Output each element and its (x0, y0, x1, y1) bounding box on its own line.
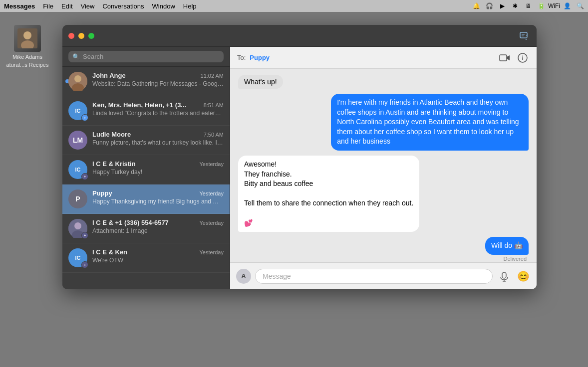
conv-preview: Linda loved "Congrats to the trotters an… (92, 110, 224, 117)
wifi-icon: WiFi (550, 2, 558, 10)
search-input[interactable] (83, 53, 220, 60)
chat-view: To: Puppy (230, 47, 537, 289)
menu-bar-left: Messages File Edit View Conversations Wi… (4, 2, 197, 10)
info-button[interactable] (516, 51, 530, 65)
search-menu-icon[interactable]: 🔍 (576, 2, 584, 10)
conversation-items: John Ange 11:02 AM Website: Data Gatheri… (62, 67, 230, 289)
list-item[interactable]: IC + I C E & Kristin Yesterday Happy Tur… (62, 155, 230, 184)
bubble-row: I'm here with my friends in Atlantic Bea… (238, 94, 529, 151)
search-input-container: 🔍 (68, 51, 224, 62)
menu-help[interactable]: Help (183, 2, 197, 10)
conv-name: Ludie Moore (92, 131, 131, 138)
conv-name: I C E & Kristin (92, 160, 136, 168)
menu-edit[interactable]: Edit (61, 2, 72, 10)
conv-time: 8:51 AM (204, 102, 224, 108)
conversation-list: 🔍 J (62, 47, 230, 289)
close-button[interactable] (68, 33, 74, 39)
headphone-icon: 🎧 (485, 2, 493, 10)
apps-button[interactable]: A (236, 269, 251, 284)
conv-time: 7:50 AM (204, 132, 224, 138)
minimize-button[interactable] (78, 33, 84, 39)
conv-preview: Attachment: 1 Image (92, 227, 224, 234)
svg-point-10 (74, 222, 81, 229)
group-indicator: + (81, 114, 88, 121)
conv-preview: Website: Data Gathering For Messages - G… (92, 80, 224, 87)
conv-header: Ken, Mrs. Helen, Helen, +1 (3... 8:51 AM (92, 101, 224, 109)
conv-content: I C E & Kristin Yesterday Happy Turkey d… (92, 160, 224, 176)
conv-time: Yesterday (199, 220, 224, 226)
conv-header: I C E & +1 (336) 554-6577 Yesterday (92, 219, 224, 226)
avatar: P (68, 189, 87, 208)
conv-time: Yesterday (199, 190, 224, 196)
chat-contact-name: Puppy (250, 54, 494, 61)
compose-button[interactable] (517, 29, 531, 43)
conv-preview: We're OTW (92, 257, 224, 264)
avatar (68, 72, 87, 91)
chat-input-bar: A 😊 (230, 262, 537, 289)
avatar: IC + (68, 248, 87, 267)
list-item[interactable]: P Puppy Yesterday Happy Thanksgiving my … (62, 184, 230, 214)
svg-rect-12 (500, 55, 507, 61)
list-item[interactable]: John Ange 11:02 AM Website: Data Gatheri… (62, 67, 230, 96)
conv-header: John Ange 11:02 AM (92, 72, 224, 79)
list-item[interactable]: + I C E & +1 (336) 554-6577 Yesterday At… (62, 214, 230, 243)
to-label: To: (237, 54, 246, 61)
conv-content: I C E & Ken Yesterday We're OTW (92, 248, 224, 264)
bubble: I'm here with my friends in Atlantic Bea… (331, 94, 529, 151)
menu-window[interactable]: Window (152, 2, 175, 10)
profile-name: Mike Adams (12, 54, 42, 60)
group-indicator: + (81, 173, 88, 180)
conv-content: John Ange 11:02 AM Website: Data Gatheri… (92, 72, 224, 87)
bubble-row: Awesome! They franchise. Bitty and beaus… (238, 156, 529, 232)
menu-view[interactable]: View (81, 2, 95, 10)
avatar: LM (68, 131, 87, 150)
conv-preview: Happy Thanksgiving my friend! Big hugs a… (92, 198, 224, 205)
group-indicator: + (81, 261, 88, 268)
avatar: IC + (68, 101, 87, 120)
menu-file[interactable]: File (43, 2, 53, 10)
menu-conversations[interactable]: Conversations (102, 2, 144, 10)
conv-content: I C E & +1 (336) 554-6577 Yesterday Atta… (92, 219, 224, 234)
avatar: IC + (68, 160, 87, 179)
list-item[interactable]: IC + I C E & Ken Yesterday We're OTW (62, 243, 230, 273)
maximize-button[interactable] (88, 33, 94, 39)
bubble: Awesome! They franchise. Bitty and beaus… (238, 156, 419, 232)
messages-window: 🔍 J (62, 25, 537, 289)
conv-time: 11:02 AM (201, 73, 224, 79)
svg-rect-16 (502, 272, 506, 278)
bubble: Will do 🤖 (485, 237, 529, 255)
user-icon: 👤 (563, 2, 571, 10)
conv-name: I C E & +1 (336) 554-6577 (92, 219, 169, 226)
search-bar: 🔍 (62, 47, 230, 67)
group-indicator: + (81, 232, 88, 239)
avatar (14, 25, 41, 52)
avatar-image (14, 25, 41, 52)
conv-preview: Funny picture, that's what our turkey lo… (92, 139, 224, 146)
svg-point-15 (522, 55, 523, 56)
conv-name: I C E & Ken (92, 248, 127, 256)
battery-icon: 🔋 (537, 2, 545, 10)
message-status: Delivered (504, 256, 527, 262)
message-input[interactable] (255, 269, 493, 284)
conv-time: Yesterday (199, 161, 224, 167)
search-icon: 🔍 (72, 53, 80, 60)
bubble: What's up! (238, 75, 283, 89)
svg-point-1 (23, 31, 31, 39)
conv-header: Ludie Moore 7:50 AM (92, 131, 224, 138)
chat-messages: What's up! I'm here with my friends in A… (230, 69, 537, 262)
list-item[interactable]: IC + Ken, Mrs. Helen, Helen, +1 (3... 8:… (62, 96, 230, 126)
siri-icon: 🔔 (472, 2, 480, 10)
conv-time: Yesterday (199, 249, 224, 255)
bubble-row: What's up! (238, 75, 529, 89)
audio-button[interactable] (497, 269, 512, 284)
title-bar (62, 25, 537, 47)
avatar: + (68, 219, 87, 238)
conv-content: Puppy Yesterday Happy Thanksgiving my fr… (92, 189, 224, 205)
conv-preview: Happy Turkey day! (92, 169, 224, 176)
conv-content: Ludie Moore 7:50 AM Funny picture, that'… (92, 131, 224, 146)
menu-app-name[interactable]: Messages (4, 2, 35, 10)
emoji-button[interactable]: 😊 (516, 269, 531, 284)
list-item[interactable]: LM Ludie Moore 7:50 AM Funny picture, th… (62, 126, 230, 155)
video-call-button[interactable] (498, 51, 512, 65)
conv-header: I C E & Ken Yesterday (92, 248, 224, 256)
